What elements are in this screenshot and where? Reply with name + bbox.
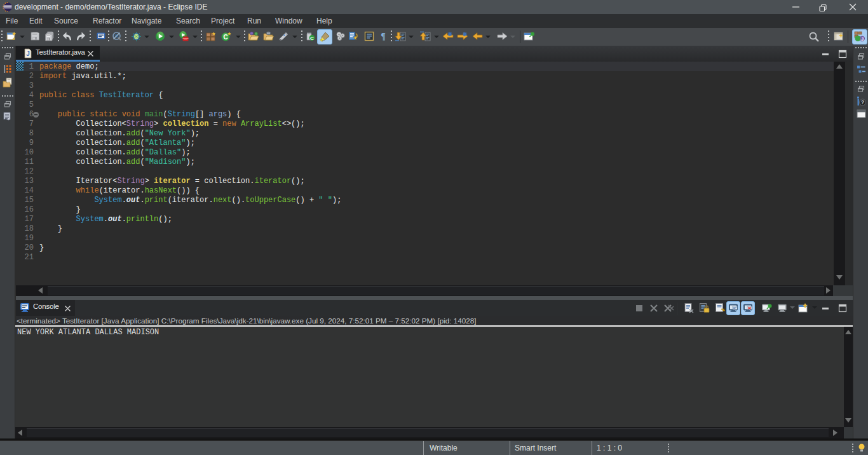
svg-text:C: C [223,34,227,41]
svg-text:J: J [26,50,29,57]
svg-text:C: C [310,36,314,41]
svg-text:¶: ¶ [381,32,386,41]
svg-text:J: J [861,36,864,42]
svg-text:?: ? [861,99,864,105]
